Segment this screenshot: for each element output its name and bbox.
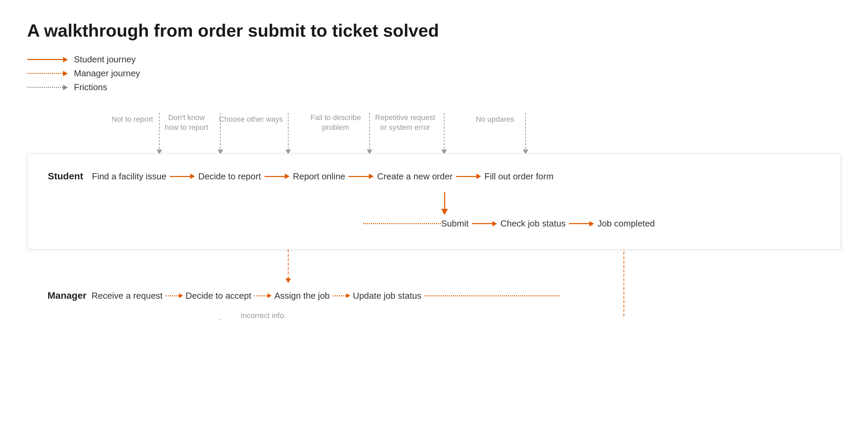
arrow-5 — [472, 221, 497, 226]
friction-labels-row: Not to report Don't knowhow to report Ch… — [27, 113, 841, 154]
node-find-facility: Find a facility issue — [92, 171, 166, 182]
node-decide-report: Decide to report — [198, 171, 261, 182]
main-box: Student Find a facility issue Decide to … — [27, 154, 841, 250]
dotted-arrow-2 — [254, 293, 272, 298]
legend-item-manager: Manager journey — [27, 68, 841, 79]
arrow-3 — [349, 174, 374, 179]
student-label: Student — [48, 171, 92, 182]
dotted-arrow-3 — [333, 293, 350, 298]
student-row: Student Find a facility issue Decide to … — [27, 171, 841, 182]
friction-label-4: Fail to describeproblem — [302, 113, 370, 132]
friction-label-6: No updares — [465, 115, 526, 124]
node-job-completed: Job completed — [597, 218, 655, 229]
v-arrow-container — [27, 189, 841, 218]
friction-label-3: Choose other ways — [214, 115, 288, 124]
manager-row: Manager Receive a request Decide to acce… — [47, 290, 821, 301]
incorrect-info-container: Incorrect info. — [47, 311, 821, 320]
legend-item-student: Student journey — [27, 54, 841, 65]
spacer-manager — [47, 263, 821, 290]
student-flow: Find a facility issue Decide to report R… — [92, 171, 554, 182]
arrow-4 — [456, 174, 481, 179]
node-submit: Submit — [441, 218, 469, 229]
diagram: Not to report Don't knowhow to report Ch… — [27, 113, 841, 320]
manager-label: Manager — [47, 290, 92, 301]
node-update-status: Update job status — [353, 291, 421, 301]
dotted-arrow-1 — [165, 293, 183, 298]
arrow-2 — [264, 174, 290, 179]
legend: Student journey Manager journey Friction… — [27, 54, 841, 93]
dotted-line-to-submit — [363, 223, 441, 224]
node-report-online: Report online — [293, 171, 346, 182]
friction-label-1: Not to report — [105, 115, 159, 124]
legend-label-frictions: Frictions — [74, 82, 107, 93]
legend-line-dotted-orange — [27, 71, 68, 76]
friction-label-2: Don't knowhow to report — [153, 113, 220, 132]
friction-label-5: Repetitive requestor system error — [366, 113, 444, 132]
manager-section: Manager Receive a request Decide to acce… — [27, 263, 841, 320]
node-check-status: Check job status — [500, 218, 566, 229]
manager-flow: Receive a request Decide to accept Assig… — [92, 291, 560, 301]
node-decide-accept: Decide to accept — [186, 291, 252, 301]
arrow-1 — [170, 174, 195, 179]
node-receive-request: Receive a request — [92, 291, 163, 301]
submit-row: Submit Check job status Job completed — [27, 218, 841, 229]
v-arrow-down — [441, 192, 448, 215]
node-incorrect-info: Incorrect info. — [241, 311, 286, 320]
node-assign-job: Assign the job — [274, 291, 330, 301]
spacer-friction — [47, 301, 821, 311]
arrow-6 — [569, 221, 594, 226]
node-fill-form: Fill out order form — [485, 171, 554, 182]
page-title: A walkthrough from order submit to ticke… — [27, 20, 841, 41]
legend-label-manager: Manager journey — [74, 68, 140, 79]
legend-label-student: Student journey — [74, 54, 136, 65]
legend-line-dotted-gray — [27, 85, 68, 90]
legend-item-frictions: Frictions — [27, 82, 841, 93]
node-create-order: Create a new order — [377, 171, 453, 182]
legend-line-solid — [27, 57, 68, 62]
